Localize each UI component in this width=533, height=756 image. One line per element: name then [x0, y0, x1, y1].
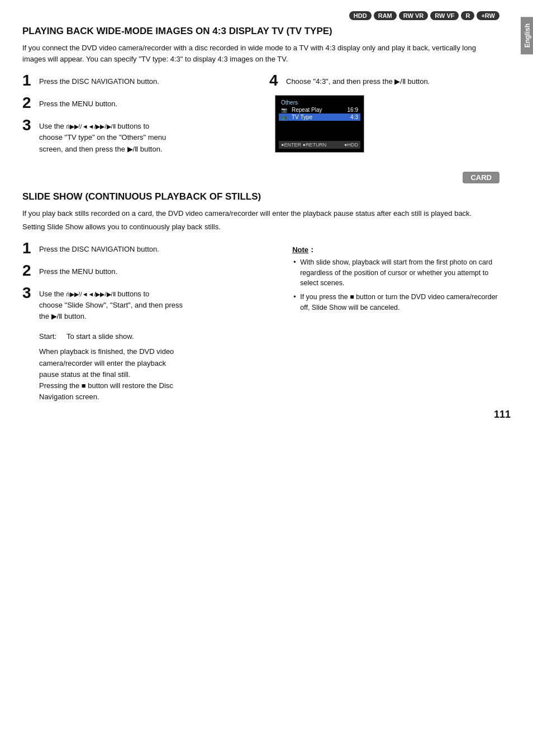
section1-step4: 4 Choose "4:3", and then press the ▶/Ⅱ b…	[269, 73, 499, 88]
badge-ram: RAM	[374, 11, 397, 20]
note-item-2: If you press the ■ button or turn the DV…	[292, 292, 499, 313]
tv-menu-row-empty2	[279, 125, 360, 130]
tv-menu-row-empty4	[279, 134, 360, 139]
tv-menu-repeat-label: Repeat Play	[289, 106, 339, 114]
tv-menu-bar: ●ENTER ●RETURN ●HDD	[279, 141, 360, 149]
step4-number: 4	[269, 73, 282, 88]
section2-intro2: Setting Slide Show allows you to continu…	[22, 221, 499, 233]
when-text: When playback is finished, the DVD video…	[39, 346, 275, 403]
tv-menu-row-empty1	[279, 121, 360, 125]
section1-steps-left: 1 Press the DISC NAVIGATION button. 2 Pr…	[22, 73, 253, 161]
section1-steps-layout: 1 Press the DISC NAVIGATION button. 2 Pr…	[22, 73, 499, 161]
badge-rwvr: RW VR	[399, 11, 428, 20]
s2-step2-text: Press the MENU button.	[39, 263, 117, 277]
tv-menu-tvtype-label: TV Type	[289, 114, 339, 121]
section1-title: PLAYING BACK WIDE-MODE IMAGES ON 4:3 DIS…	[22, 26, 499, 37]
step3-text: Use the ń▶▶!/◄◄/▶▶/▶/Ⅱ buttons to choose…	[39, 117, 166, 154]
s2-step1-text: Press the DISC NAVIGATION button.	[39, 240, 159, 255]
section1-step1: 1 Press the DISC NAVIGATION button.	[22, 73, 253, 88]
disc-badges: HDD RAM RW VR RW VF R +RW	[22, 11, 499, 20]
section2-step2: 2 Press the MENU button.	[22, 263, 275, 278]
start-text: To start a slide show.	[66, 332, 134, 341]
card-badge: CARD	[463, 172, 499, 183]
tv-menu-table: 📷 Repeat Play 16:9 📺 TV Type 4:3	[279, 106, 360, 139]
badge-hdd: HDD	[349, 11, 372, 20]
tv-menu-row-icons: 📷 Repeat Play 16:9	[279, 106, 360, 114]
step4-text: Choose "4:3", and then press the ▶/Ⅱ but…	[286, 73, 430, 87]
step2-number: 2	[22, 95, 35, 111]
tv-menu-screenshot: Others 📷 Repeat Play 16:9 📺 TV Type 4:3	[275, 95, 364, 153]
step1-number: 1	[22, 73, 35, 88]
section2-steps-left: 1 Press the DISC NAVIGATION button. 2 Pr…	[22, 240, 275, 403]
section2-layout: 1 Press the DISC NAVIGATION button. 2 Pr…	[22, 240, 499, 403]
section1-step3: 3 Use the ń▶▶!/◄◄/▶▶/▶/Ⅱ buttons to choo…	[22, 117, 253, 154]
start-label: Start:	[39, 332, 56, 341]
step2-text: Press the MENU button.	[39, 95, 117, 110]
tv-menu-row-empty3	[279, 130, 360, 134]
step3-number: 3	[22, 117, 35, 133]
tv-menu-tvtype-value: 4:3	[339, 114, 360, 121]
note-item-1: With slide show, playback will start fro…	[292, 257, 499, 289]
section2-step1: 1 Press the DISC NAVIGATION button.	[22, 240, 275, 256]
section2-title: SLIDE SHOW (CONTINUOUS PLAYBACK OF STILL…	[22, 191, 499, 202]
tv-menu-bar-right: ●HDD	[344, 142, 358, 148]
badge-rwvf: RW VF	[430, 11, 459, 20]
s2-step3-text: Use the ń▶▶!/◄◄/▶▶/▶/Ⅱ buttons to choose…	[39, 285, 183, 322]
section2-step3: 3 Use the ń▶▶!/◄◄/▶▶/▶/Ⅱ buttons to choo…	[22, 285, 275, 322]
tv-menu-row-tvtype: 📺 TV Type 4:3	[279, 114, 360, 121]
step1-text: Press the DISC NAVIGATION button.	[39, 73, 159, 87]
badge-plusrw: +RW	[477, 11, 499, 20]
badge-r: R	[461, 11, 474, 20]
note-title: Note：	[292, 245, 499, 255]
note-section: Note： With slide show, playback will sta…	[292, 245, 499, 313]
s2-step1-number: 1	[22, 240, 35, 256]
s2-step2-number: 2	[22, 263, 35, 278]
page-number: 111	[494, 409, 511, 420]
tv-menu-title: Others	[279, 99, 360, 106]
section1-step2: 2 Press the MENU button.	[22, 95, 253, 111]
start-row: Start: To start a slide show.	[39, 332, 275, 341]
section1-intro: If you connect the DVD video camera/reco…	[22, 42, 499, 65]
card-badge-container: CARD	[22, 167, 499, 189]
note-list: With slide show, playback will start fro…	[292, 257, 499, 313]
section2-intro1: If you play back stills recorded on a ca…	[22, 208, 499, 219]
section2-note: Note： With slide show, playback will sta…	[292, 240, 499, 403]
section1-steps-right: 4 Choose "4:3", and then press the ▶/Ⅱ b…	[269, 73, 499, 161]
s2-step3-number: 3	[22, 285, 35, 301]
side-tab: English	[521, 17, 533, 54]
tv-menu-bar-left: ●ENTER ●RETURN	[281, 142, 326, 148]
tv-menu-repeat-value: 16:9	[339, 106, 360, 114]
